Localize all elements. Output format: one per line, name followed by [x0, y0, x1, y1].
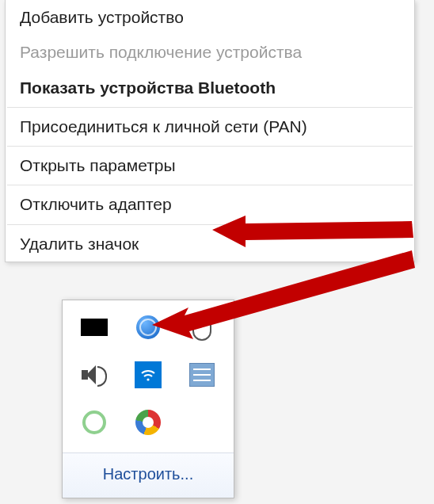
tray-overflow-popup: Настроить... — [62, 300, 234, 498]
tray-icon-globe[interactable] — [131, 311, 165, 344]
tray-customize-label: Настроить... — [103, 465, 193, 483]
ring-icon — [82, 410, 106, 434]
menu-item-label: Открыть параметры — [20, 156, 176, 174]
menu-item-remove-icon[interactable]: Удалить значок — [6, 227, 414, 262]
menu-item-label: Показать устройства Bluetooth — [20, 78, 276, 97]
menu-item-label: Разрешить подключение устройства — [20, 43, 302, 61]
mouse-icon — [192, 314, 211, 341]
tray-icon-book[interactable] — [185, 358, 219, 391]
menu-item-allow-connection: Разрешить подключение устройства — [6, 35, 414, 70]
ccleaner-icon — [135, 410, 161, 435]
tray-icon-generic[interactable] — [78, 311, 111, 344]
tray-icon-speaker[interactable] — [78, 358, 111, 391]
book-icon — [189, 363, 215, 387]
tray-icon-ring[interactable] — [78, 406, 111, 439]
tray-icon-network[interactable] — [131, 358, 165, 391]
tray-icon-grid — [63, 300, 234, 452]
speaker-icon — [82, 364, 107, 386]
menu-item-label: Удалить значок — [20, 235, 139, 253]
menu-item-join-pan[interactable]: Присоединиться к личной сети (PAN) — [6, 109, 414, 144]
tray-customize-link[interactable]: Настроить... — [63, 452, 234, 498]
generic-black-icon — [81, 319, 108, 336]
tray-icon-mouse[interactable] — [185, 311, 219, 344]
network-icon — [135, 361, 162, 388]
globe-icon — [136, 315, 160, 339]
menu-separator — [7, 224, 413, 225]
menu-separator — [7, 146, 413, 147]
menu-item-show-bluetooth-devices[interactable]: Показать устройства Bluetooth — [6, 71, 414, 105]
menu-item-disable-adapter[interactable]: Отключить адаптер — [6, 187, 414, 222]
tray-icon-ccleaner[interactable] — [131, 406, 165, 439]
menu-item-label: Присоединиться к личной сети (PAN) — [20, 117, 307, 136]
menu-separator — [7, 107, 413, 108]
menu-item-open-settings[interactable]: Открыть параметры — [6, 148, 414, 183]
menu-item-label: Добавить устройство — [20, 8, 184, 26]
svg-point-0 — [147, 378, 149, 380]
bluetooth-context-menu: Добавить устройство Разрешить подключени… — [5, 0, 415, 262]
menu-separator — [7, 185, 413, 185]
menu-item-add-device[interactable]: Добавить устройство — [6, 0, 414, 35]
menu-item-label: Отключить адаптер — [20, 195, 172, 213]
